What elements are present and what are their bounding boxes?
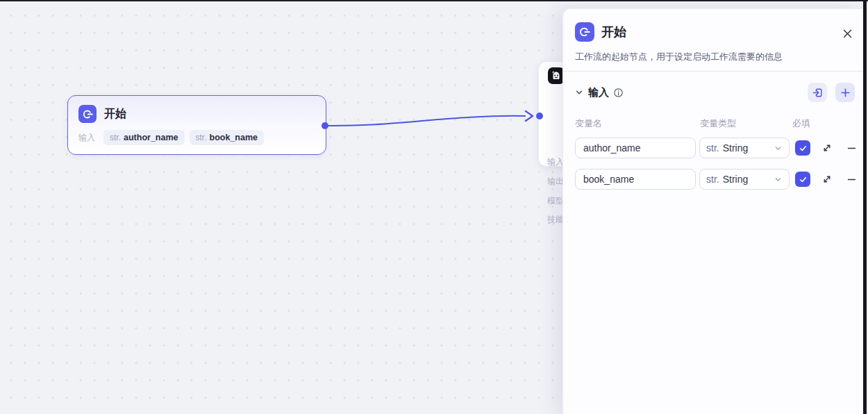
check-icon (799, 175, 808, 184)
minus-icon[interactable] (845, 173, 858, 185)
start-node[interactable]: 开始 输入 str. author_name str. book_name (67, 95, 326, 155)
input-section-header: 输入 (563, 72, 863, 102)
minus-icon[interactable] (845, 142, 858, 154)
llm-section-label: 输入 (547, 156, 564, 168)
window-right-edge (863, 0, 867, 414)
variable-name-input[interactable] (575, 169, 696, 190)
window-top-edge (0, 0, 868, 1)
check-icon (799, 144, 808, 153)
start-icon (575, 22, 594, 42)
plus-icon[interactable] (835, 83, 855, 102)
expand-icon[interactable] (821, 142, 833, 154)
variable-type-select[interactable]: str. String (699, 138, 790, 158)
column-type: 变量类型 (700, 117, 736, 130)
variable-row: str. String (563, 138, 863, 158)
variable-chip[interactable]: str. author_name (103, 130, 185, 145)
panel-title: 开始 (601, 22, 851, 42)
expand-icon[interactable] (821, 173, 833, 185)
panel-description: 工作流的起始节点，用于设定启动工作流需要的信息 (563, 42, 863, 63)
close-icon[interactable] (840, 26, 855, 41)
start-node-body: 输入 str. author_name str. book_name (68, 123, 326, 145)
chevron-down-icon (774, 144, 783, 153)
required-checkbox[interactable] (795, 140, 810, 156)
variable-table-header: 变量名 变量类型 必填 (563, 117, 863, 130)
llm-section-label: 模型 (547, 195, 564, 207)
panel-header: 开始 (563, 9, 863, 42)
variable-type-select[interactable]: str. String (699, 169, 790, 190)
node-config-panel: 开始 工作流的起始节点，用于设定启动工作流需要的信息 输入 (562, 8, 863, 414)
column-required: 必填 (792, 117, 810, 130)
input-label: 输入 (78, 132, 95, 144)
start-output-port[interactable] (322, 122, 328, 129)
llm-section-label: 输出 (547, 176, 564, 188)
start-node-title: 开始 (104, 107, 126, 122)
import-icon[interactable] (808, 83, 827, 102)
variable-name-input[interactable] (575, 138, 696, 158)
required-checkbox[interactable] (795, 172, 810, 187)
variable-chip[interactable]: str. book_name (190, 130, 264, 145)
column-name: 变量名 (575, 117, 602, 130)
info-icon[interactable] (613, 88, 624, 98)
start-icon (78, 105, 97, 123)
input-section-label: 输入 (588, 86, 609, 99)
llm-section-label: 技能 (547, 214, 564, 226)
llm-input-port[interactable] (536, 113, 543, 119)
chevron-down-icon (774, 175, 783, 184)
start-node-header: 开始 (68, 96, 326, 123)
variable-row: str. String (563, 169, 863, 190)
chevron-down-icon[interactable] (574, 88, 584, 97)
